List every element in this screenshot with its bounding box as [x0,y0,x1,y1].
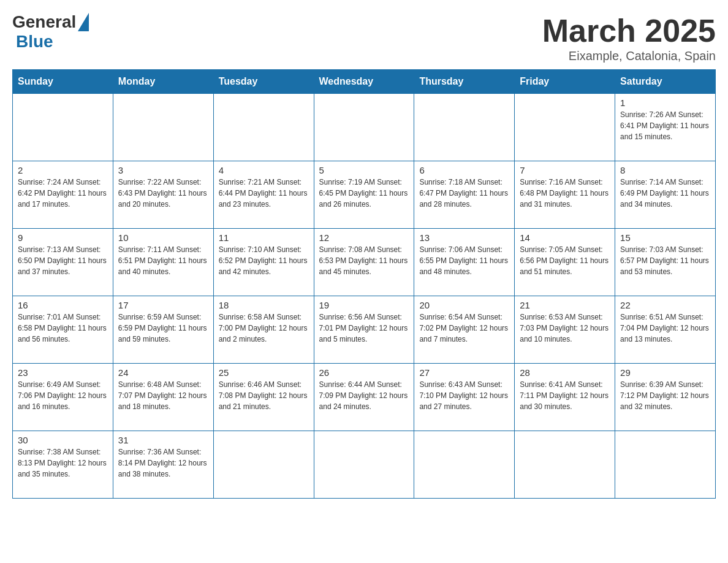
calendar-header-saturday: Saturday [615,70,716,94]
day-info: Sunrise: 6:39 AM Sunset: 7:12 PM Dayligh… [620,379,710,412]
day-info: Sunrise: 7:36 AM Sunset: 8:14 PM Dayligh… [118,446,208,480]
calendar-cell: 10Sunrise: 7:11 AM Sunset: 6:51 PM Dayli… [113,229,213,296]
calendar-cell: 9Sunrise: 7:13 AM Sunset: 6:50 PM Daylig… [13,229,113,296]
calendar-cell [515,431,615,499]
calendar-header-tuesday: Tuesday [213,70,314,94]
day-number: 11 [219,232,309,243]
day-number: 18 [219,300,309,310]
calendar-cell: 15Sunrise: 7:03 AM Sunset: 6:57 PM Dayli… [615,229,716,296]
calendar-cell: 18Sunrise: 6:58 AM Sunset: 7:00 PM Dayli… [213,296,314,364]
calendar-header-friday: Friday [515,70,615,94]
day-number: 16 [18,300,108,310]
day-info: Sunrise: 6:43 AM Sunset: 7:10 PM Dayligh… [419,379,509,412]
day-number: 1 [620,98,710,108]
day-info: Sunrise: 7:22 AM Sunset: 6:43 PM Dayligh… [118,177,208,210]
day-info: Sunrise: 7:01 AM Sunset: 6:58 PM Dayligh… [18,312,108,345]
day-number: 21 [520,300,610,310]
calendar-cell [414,94,515,161]
day-number: 8 [620,165,710,175]
day-info: Sunrise: 7:05 AM Sunset: 6:56 PM Dayligh… [520,244,610,277]
calendar-cell: 27Sunrise: 6:43 AM Sunset: 7:10 PM Dayli… [414,364,515,431]
day-info: Sunrise: 6:49 AM Sunset: 7:06 PM Dayligh… [18,379,108,412]
calendar-cell: 4Sunrise: 7:21 AM Sunset: 6:44 PM Daylig… [213,161,314,229]
day-number: 10 [118,232,208,243]
calendar-cell [615,431,716,499]
calendar-cell: 28Sunrise: 6:41 AM Sunset: 7:11 PM Dayli… [515,364,615,431]
day-info: Sunrise: 7:14 AM Sunset: 6:49 PM Dayligh… [620,177,710,210]
calendar-cell [213,431,314,499]
day-number: 29 [620,367,710,378]
day-number: 19 [319,300,409,310]
calendar-cell [13,94,113,161]
day-number: 13 [419,232,509,243]
day-number: 5 [319,165,409,175]
calendar-header-thursday: Thursday [414,70,515,94]
calendar-week-row: 23Sunrise: 6:49 AM Sunset: 7:06 PM Dayli… [13,364,716,431]
calendar-cell [314,94,414,161]
logo-triangle-icon [78,13,89,31]
calendar-cell: 16Sunrise: 7:01 AM Sunset: 6:58 PM Dayli… [13,296,113,364]
day-number: 2 [18,165,108,175]
day-number: 12 [319,232,409,243]
calendar-week-row: 30Sunrise: 7:38 AM Sunset: 8:13 PM Dayli… [13,431,716,499]
calendar-cell [414,431,515,499]
calendar-week-row: 2Sunrise: 7:24 AM Sunset: 6:42 PM Daylig… [13,161,716,229]
calendar-cell: 2Sunrise: 7:24 AM Sunset: 6:42 PM Daylig… [13,161,113,229]
day-info: Sunrise: 6:53 AM Sunset: 7:03 PM Dayligh… [520,312,610,345]
day-info: Sunrise: 7:11 AM Sunset: 6:51 PM Dayligh… [118,244,208,277]
calendar-cell: 7Sunrise: 7:16 AM Sunset: 6:48 PM Daylig… [515,161,615,229]
day-info: Sunrise: 7:13 AM Sunset: 6:50 PM Dayligh… [18,244,108,277]
day-info: Sunrise: 6:56 AM Sunset: 7:01 PM Dayligh… [319,312,409,345]
month-title: March 2025 [542,12,716,49]
day-number: 4 [219,165,309,175]
day-number: 31 [118,435,208,445]
day-info: Sunrise: 6:58 AM Sunset: 7:00 PM Dayligh… [219,312,309,345]
page-header: General Blue March 2025 Eixample, Catalo… [12,12,716,63]
calendar-cell: 30Sunrise: 7:38 AM Sunset: 8:13 PM Dayli… [13,431,113,499]
day-info: Sunrise: 6:54 AM Sunset: 7:02 PM Dayligh… [419,312,509,345]
calendar-cell: 25Sunrise: 6:46 AM Sunset: 7:08 PM Dayli… [213,364,314,431]
day-number: 25 [219,367,309,378]
calendar-cell: 21Sunrise: 6:53 AM Sunset: 7:03 PM Dayli… [515,296,615,364]
day-info: Sunrise: 6:59 AM Sunset: 6:59 PM Dayligh… [118,312,208,345]
day-number: 7 [520,165,610,175]
day-number: 3 [118,165,208,175]
calendar-cell: 29Sunrise: 6:39 AM Sunset: 7:12 PM Dayli… [615,364,716,431]
calendar-cell: 12Sunrise: 7:08 AM Sunset: 6:53 PM Dayli… [314,229,414,296]
day-number: 26 [319,367,409,378]
day-number: 24 [118,367,208,378]
calendar-cell: 22Sunrise: 6:51 AM Sunset: 7:04 PM Dayli… [615,296,716,364]
calendar-cell [314,431,414,499]
calendar-cell: 6Sunrise: 7:18 AM Sunset: 6:47 PM Daylig… [414,161,515,229]
logo: General Blue [12,12,89,52]
day-number: 14 [520,232,610,243]
day-info: Sunrise: 6:41 AM Sunset: 7:11 PM Dayligh… [520,379,610,412]
calendar-header-wednesday: Wednesday [314,70,414,94]
calendar-week-row: 1Sunrise: 7:26 AM Sunset: 6:41 PM Daylig… [13,94,716,161]
day-number: 17 [118,300,208,310]
day-info: Sunrise: 7:16 AM Sunset: 6:48 PM Dayligh… [520,177,610,210]
logo-blue-text: Blue [16,32,53,51]
calendar-cell: 5Sunrise: 7:19 AM Sunset: 6:45 PM Daylig… [314,161,414,229]
day-number: 27 [419,367,509,378]
day-info: Sunrise: 7:10 AM Sunset: 6:52 PM Dayligh… [219,244,309,277]
calendar-header-row: SundayMondayTuesdayWednesdayThursdayFrid… [13,70,716,94]
day-number: 23 [18,367,108,378]
day-info: Sunrise: 7:08 AM Sunset: 6:53 PM Dayligh… [319,244,409,277]
day-info: Sunrise: 6:48 AM Sunset: 7:07 PM Dayligh… [118,379,208,412]
calendar-cell: 11Sunrise: 7:10 AM Sunset: 6:52 PM Dayli… [213,229,314,296]
calendar-week-row: 16Sunrise: 7:01 AM Sunset: 6:58 PM Dayli… [13,296,716,364]
day-info: Sunrise: 7:18 AM Sunset: 6:47 PM Dayligh… [419,177,509,210]
day-number: 9 [18,232,108,243]
calendar-cell [113,94,213,161]
day-info: Sunrise: 6:44 AM Sunset: 7:09 PM Dayligh… [319,379,409,412]
calendar-cell: 17Sunrise: 6:59 AM Sunset: 6:59 PM Dayli… [113,296,213,364]
day-info: Sunrise: 7:03 AM Sunset: 6:57 PM Dayligh… [620,244,710,277]
day-info: Sunrise: 7:19 AM Sunset: 6:45 PM Dayligh… [319,177,409,210]
calendar-cell: 26Sunrise: 6:44 AM Sunset: 7:09 PM Dayli… [314,364,414,431]
calendar-header-sunday: Sunday [13,70,113,94]
calendar-week-row: 9Sunrise: 7:13 AM Sunset: 6:50 PM Daylig… [13,229,716,296]
day-info: Sunrise: 7:26 AM Sunset: 6:41 PM Dayligh… [620,109,710,142]
day-number: 30 [18,435,108,445]
day-info: Sunrise: 7:21 AM Sunset: 6:44 PM Dayligh… [219,177,309,210]
